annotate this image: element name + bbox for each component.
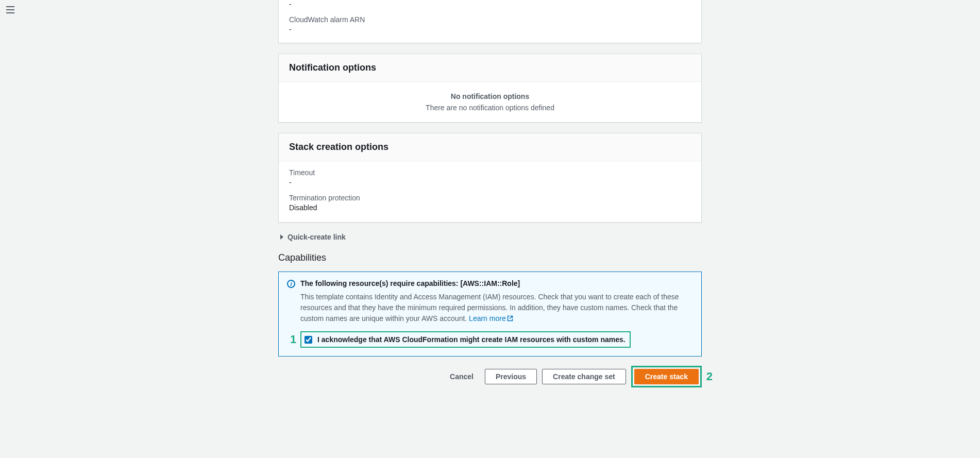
- external-link-icon: [507, 315, 513, 321]
- previous-button[interactable]: Previous: [485, 369, 537, 384]
- acknowledge-row: 1 I acknowledge that AWS CloudFormation …: [300, 331, 631, 348]
- create-stack-highlight: Create stack 2: [631, 366, 702, 387]
- panel-header: Stack creation options: [279, 133, 701, 161]
- cloudwatch-arn-label: CloudWatch alarm ARN: [289, 15, 691, 24]
- create-change-set-button[interactable]: Create change set: [542, 369, 626, 384]
- info-icon: i: [287, 280, 295, 288]
- acknowledge-checkbox[interactable]: [305, 336, 312, 344]
- quick-create-link-label: Quick-create link: [288, 233, 346, 241]
- notification-options-panel: Notification options No notification opt…: [278, 54, 702, 123]
- alert-title: The following resource(s) require capabi…: [300, 279, 693, 287]
- empty-desc: There are no notification options define…: [289, 104, 691, 112]
- value: -: [289, 0, 691, 8]
- timeout-label: Timeout: [289, 168, 691, 177]
- stack-creation-options-title: Stack creation options: [289, 142, 691, 152]
- create-stack-button[interactable]: Create stack: [634, 369, 699, 384]
- quick-create-link-expander[interactable]: Quick-create link: [280, 233, 702, 241]
- termination-protection-value: Disabled: [289, 203, 691, 212]
- capabilities-heading: Capabilities: [278, 252, 702, 263]
- learn-more-link[interactable]: Learn more: [469, 314, 513, 323]
- rollback-panel-partial: - CloudWatch alarm ARN -: [278, 0, 702, 43]
- panel-header: Notification options: [279, 54, 701, 82]
- triangle-right-icon: [280, 234, 283, 240]
- alert-text: This template contains Identity and Acce…: [300, 292, 693, 324]
- capabilities-alert: i The following resource(s) require capa…: [278, 272, 702, 357]
- annotation-1: 1: [290, 334, 296, 345]
- notification-options-title: Notification options: [289, 62, 691, 73]
- main-content: - CloudWatch alarm ARN - Notification op…: [278, 0, 702, 408]
- empty-title: No notification options: [289, 92, 691, 100]
- timeout-value: -: [289, 178, 691, 186]
- cloudwatch-arn-value: -: [289, 25, 691, 33]
- panel-body: No notification options There are no not…: [279, 82, 701, 122]
- termination-protection-label: Termination protection: [289, 194, 691, 202]
- acknowledge-label[interactable]: I acknowledge that AWS CloudFormation mi…: [317, 335, 626, 344]
- cancel-button[interactable]: Cancel: [444, 369, 480, 384]
- annotation-2: 2: [706, 371, 713, 382]
- stack-creation-options-panel: Stack creation options Timeout - Termina…: [278, 133, 702, 223]
- sidebar-toggle-icon[interactable]: [6, 6, 14, 13]
- panel-body: Timeout - Termination protection Disable…: [279, 161, 701, 222]
- footer-actions: Cancel Previous Create change set Create…: [278, 366, 702, 387]
